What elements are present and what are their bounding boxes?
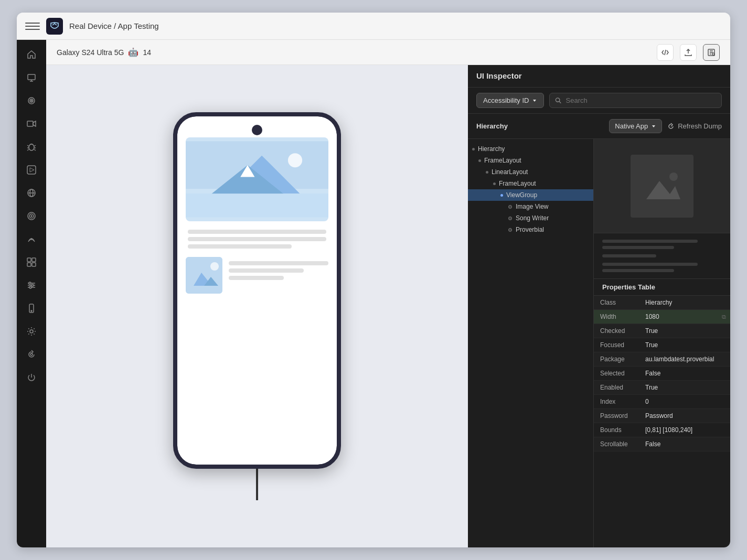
menu-icon[interactable] — [25, 19, 40, 34]
inspector-header: UI Inspector — [468, 65, 730, 88]
prop-val: au.lambdatest.proverbial — [641, 352, 730, 366]
code-view-button[interactable] — [657, 44, 674, 61]
phone-content — [177, 116, 337, 465]
phone-banner — [186, 137, 328, 221]
text-line — [229, 276, 284, 280]
prop-row-scrollable: Scrollable False — [594, 437, 730, 451]
tree-item-framelayout2[interactable]: FrameLayout — [468, 178, 593, 189]
prop-key: Enabled — [594, 381, 641, 394]
phone-notch — [252, 125, 262, 135]
upload-button[interactable] — [680, 44, 697, 61]
sidebar-item-screen[interactable] — [21, 67, 42, 88]
device-actions — [657, 44, 720, 61]
tree-item-imageview[interactable]: ⚙ Image View — [468, 201, 593, 212]
svg-point-37 — [556, 98, 560, 102]
svg-point-40 — [669, 173, 678, 181]
prop-key: Checked — [594, 324, 641, 338]
prop-row-index: Index 0 — [594, 395, 730, 409]
prop-row-enabled: Enabled True — [594, 381, 730, 395]
sidebar-item-refresh[interactable] — [21, 344, 42, 365]
text-line — [188, 237, 326, 241]
sidebar-item-home[interactable] — [21, 44, 42, 65]
native-app-button[interactable]: Native App — [609, 119, 662, 133]
svg-point-17 — [29, 282, 31, 284]
phone-cable — [256, 469, 258, 500]
svg-point-11 — [31, 216, 32, 217]
inspector-body: Hierarchy FrameLayout LinearLayout — [468, 139, 730, 547]
preview-lines — [594, 233, 730, 278]
prop-key: Selected — [594, 367, 641, 380]
search-input[interactable] — [566, 96, 716, 104]
tree-dot — [478, 159, 481, 162]
tree-item-songwriter[interactable]: ⚙ Song Writer — [468, 212, 593, 224]
prop-key: Scrollable — [594, 437, 641, 451]
native-app-label: Native App — [615, 122, 648, 130]
hierarchy-label: Hierarchy — [476, 122, 508, 130]
gear-icon: ⚙ — [508, 216, 513, 221]
tree-item-framelayout1[interactable]: FrameLayout — [468, 155, 593, 166]
sidebar-item-power[interactable] — [21, 367, 42, 388]
prop-row-package: Package au.lambdatest.proverbial — [594, 352, 730, 367]
text-line — [229, 261, 328, 265]
sidebar-item-play[interactable] — [21, 159, 42, 180]
tree-item-label: ViewGroup — [506, 191, 537, 199]
sidebar-item-sliders[interactable] — [21, 275, 42, 296]
device-name: Galaxy S24 Ultra 5G — [57, 48, 124, 57]
svg-point-12 — [31, 239, 32, 240]
refresh-dump-button[interactable]: Refresh Dump — [667, 122, 722, 130]
sidebar-item-signal[interactable] — [21, 229, 42, 250]
svg-rect-14 — [32, 258, 36, 262]
prop-key: Index — [594, 395, 641, 408]
refresh-label: Refresh Dump — [678, 122, 722, 130]
tree-item-proverbial[interactable]: ⚙ Proverbial — [468, 224, 593, 235]
preview-placeholder — [631, 155, 693, 218]
sidebar-item-target[interactable] — [21, 206, 42, 227]
prop-row-focused: Focused True — [594, 338, 730, 352]
tree-item-linearlayout[interactable]: LinearLayout — [468, 166, 593, 178]
page-title: Real Device / App Testing — [69, 21, 159, 30]
tree-item-label: LinearLayout — [492, 168, 528, 176]
svg-point-5 — [29, 144, 34, 150]
prop-row-class: Class Hierarchy — [594, 296, 730, 310]
prop-row-checked: Checked True — [594, 324, 730, 338]
sidebar-item-gallery[interactable] — [21, 252, 42, 273]
main-layout: Galaxy S24 Ultra 5G 🤖 14 — [17, 40, 730, 547]
accessibility-btn-label: Accessibility ID — [483, 96, 529, 104]
phone-mockup — [173, 112, 341, 469]
split-pane: UI Inspector Accessibility ID — [46, 65, 730, 547]
preview-line — [602, 269, 674, 272]
svg-point-18 — [31, 284, 34, 286]
svg-rect-4 — [27, 121, 33, 126]
sidebar-item-globe[interactable] — [21, 182, 42, 203]
properties-section: Properties Table Class Hierarchy Width 1… — [594, 278, 730, 547]
preview-image — [594, 139, 730, 233]
text-line — [188, 244, 292, 249]
prop-val: False — [641, 367, 730, 380]
sidebar-item-device[interactable] — [21, 298, 42, 319]
sidebar-item-bug[interactable] — [21, 136, 42, 157]
svg-rect-13 — [27, 258, 31, 262]
preview-line — [602, 240, 698, 243]
accessibility-id-button[interactable]: Accessibility ID — [476, 93, 544, 108]
android-version: 14 — [143, 48, 151, 57]
sidebar-item-settings[interactable] — [21, 321, 42, 342]
preview-line — [602, 254, 656, 257]
svg-point-21 — [31, 310, 32, 311]
tree-panel: Hierarchy FrameLayout LinearLayout — [468, 139, 594, 547]
copy-icon[interactable]: ⧉ — [722, 314, 726, 320]
text-line — [188, 230, 326, 234]
tree-item-hierarchy[interactable]: Hierarchy — [468, 143, 593, 155]
inspector-button[interactable] — [703, 44, 720, 61]
search-icon — [555, 97, 561, 104]
sidebar-item-camera[interactable] — [21, 90, 42, 111]
sidebar-item-video[interactable] — [21, 113, 42, 134]
tree-item-viewgroup[interactable]: ViewGroup — [468, 189, 593, 201]
hierarchy-bar: Hierarchy Native App — [468, 114, 730, 139]
preview-panel: Properties Table Class Hierarchy Width 1… — [594, 139, 730, 547]
svg-rect-16 — [32, 263, 36, 266]
tree-item-label: Song Writer — [516, 214, 549, 222]
gear-icon: ⚙ — [508, 204, 513, 210]
prop-key: Bounds — [594, 423, 641, 437]
properties-header: Properties Table — [594, 279, 730, 296]
prop-val: True — [641, 338, 730, 352]
